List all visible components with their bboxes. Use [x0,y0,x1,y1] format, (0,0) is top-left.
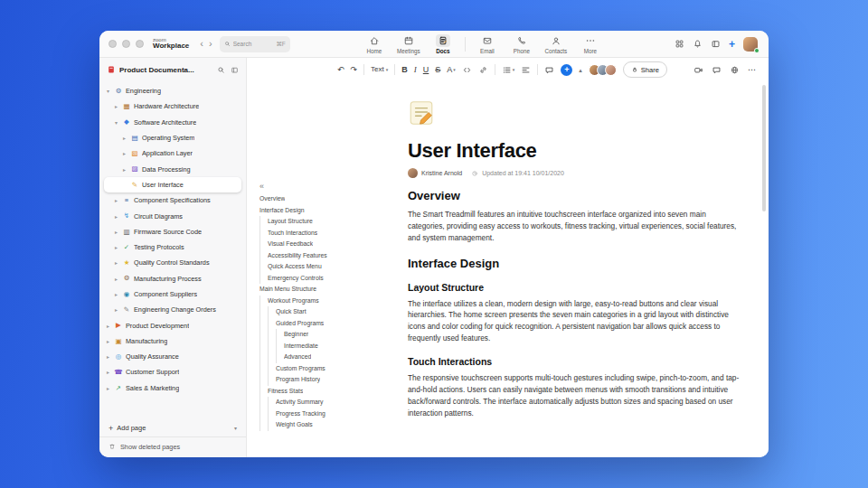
outline-item[interactable]: Emergency Controls [259,273,402,285]
global-search-input[interactable]: Search ⌘F [220,36,290,52]
outline-item[interactable]: Touch Interactions [259,228,402,239]
chevron-down-icon[interactable]: ▾ [105,88,111,94]
sidebar-item-hardware-architecture[interactable]: ▸▦Hardware Architecture [99,99,246,114]
redo-button[interactable]: ↷ [351,66,358,74]
outline-item[interactable]: Progress Tracking [259,408,402,420]
document[interactable]: User Interface Kristine Arnold Updated a… [402,81,769,457]
video-camera-icon[interactable] [693,65,703,75]
sidebar-item-manufacturing-process[interactable]: ▸⚙Manufacturing Process [99,271,246,286]
close-window-button[interactable] [108,40,117,48]
chevron-right-icon[interactable]: ▸ [113,213,119,220]
comments-panel-icon[interactable] [712,65,722,75]
apps-grid-icon[interactable] [675,39,684,49]
share-button[interactable]: Share [623,61,667,78]
minimize-window-button[interactable] [122,40,130,48]
tab-contacts[interactable]: Contacts [539,34,573,54]
panel-toggle-icon[interactable] [711,39,721,49]
outline-item[interactable]: Weight Goals [259,419,402,431]
tab-meetings[interactable]: Meetings [392,34,426,54]
sidebar-item-component-suppliers[interactable]: ▸◉Component Suppliers [99,286,246,302]
chevron-right-icon[interactable]: ▸ [105,323,111,329]
chevron-right-icon[interactable]: ▸ [113,291,119,297]
maximize-window-button[interactable] [136,40,144,48]
notifications-bell-icon[interactable] [693,39,703,49]
chevron-right-icon[interactable]: ▸ [113,103,119,109]
nav-back-button[interactable]: ‹ [200,39,203,49]
undo-button[interactable]: ↶ [337,66,344,74]
sidebar-search-icon[interactable] [217,66,225,74]
new-item-button[interactable]: + [729,39,735,50]
chevron-right-icon[interactable]: ▸ [113,244,119,250]
sidebar-item-quality-assurance[interactable]: ▸◎Quality Assurance [99,349,246,364]
outline-item[interactable]: Quick Start [259,306,402,318]
vertical-scrollbar[interactable] [762,85,766,211]
align-button[interactable] [521,65,531,75]
sidebar-item-component-specifications[interactable]: ▸≡Component Specifications [99,192,246,208]
outline-item[interactable]: Interface Design [259,205,402,217]
outline-item[interactable]: Program History [259,374,402,386]
bold-button[interactable]: B [401,66,408,74]
memo-page-icon[interactable] [408,99,435,127]
sidebar-item-manufacturing[interactable]: ▸▣Manufacturing [99,333,246,349]
sidebar-item-customer-support[interactable]: ▸☎Customer Support [99,364,246,380]
insert-block-button[interactable]: + [561,64,572,76]
user-avatar[interactable] [743,37,758,52]
sidebar-item-user-interface[interactable]: ✎User Interface [104,177,241,192]
text-color-button[interactable]: A ▾ [447,66,456,74]
sidebar-item-operating-system[interactable]: ▸▤Operating System [99,130,246,145]
collapse-sidebar-icon[interactable] [231,66,239,74]
outline-item[interactable]: Workout Programs [259,296,402,307]
code-button[interactable] [462,65,472,75]
sidebar-item-software-architecture[interactable]: ▾◆Software Architecture [99,115,246,130]
collapse-outline-icon[interactable]: « [259,183,402,191]
sidebar-item-engineering[interactable]: ▾⚙Engineering [99,83,246,99]
sidebar-item-testing-protocols[interactable]: ▸✓Testing Protocols [99,239,246,255]
bullet-list-button[interactable]: ▾ [502,65,515,75]
sidebar-item-application-layer[interactable]: ▸▧Application Layer [99,145,246,161]
outline-item[interactable]: Layout Structure [259,216,402,228]
outline-item[interactable]: Intermediate [259,341,402,352]
chevron-right-icon[interactable]: ▸ [113,229,119,235]
show-deleted-pages-button[interactable]: Show deleted pages [99,436,246,455]
tab-home[interactable]: Home [357,34,392,54]
text-style-dropdown[interactable]: Text ▾ [371,66,388,73]
chevron-right-icon[interactable]: ▸ [113,306,119,313]
sidebar-item-circuit-diagrams[interactable]: ▸↯Circuit Diagrams [99,208,246,223]
collaborator-avatar[interactable] [605,64,617,76]
globe-icon[interactable] [730,65,740,75]
chevron-right-icon[interactable]: ▸ [105,353,111,360]
outline-item[interactable]: Custom Programs [259,363,402,375]
outline-item[interactable]: Overview [259,193,402,205]
outline-item[interactable]: Beginner [259,329,402,341]
tab-more[interactable]: More [573,34,608,54]
outline-item[interactable]: Guided Programs [259,318,402,330]
outline-item[interactable]: Visual Feedback [259,239,402,250]
tab-email[interactable]: Email [470,34,505,54]
outline-item[interactable]: Accessibility Features [259,250,402,262]
chevron-right-icon[interactable]: ▸ [113,259,119,266]
nav-forward-button[interactable]: › [209,39,212,49]
chevron-right-icon[interactable]: ▸ [121,135,127,141]
tab-phone[interactable]: Phone [505,34,539,54]
outline-item[interactable]: Fitness Stats [259,386,402,398]
outline-item[interactable]: Advanced [259,352,402,363]
outline-item[interactable]: Main Menu Structure [259,284,402,296]
chevron-right-icon[interactable]: ▸ [113,276,119,282]
chevron-right-icon[interactable]: ▸ [121,150,127,156]
collapse-toolbar-button[interactable]: ▴ [579,67,582,73]
comment-button[interactable] [544,65,554,75]
sidebar-item-product-development[interactable]: ▸▶Product Development [99,317,246,333]
outline-item[interactable]: Activity Summary [259,397,402,408]
chevron-down-icon[interactable]: ▾ [234,425,237,431]
sidebar-item-data-processing[interactable]: ▸▨Data Processing [99,161,246,176]
chevron-right-icon[interactable]: ▸ [105,338,111,344]
chevron-right-icon[interactable]: ▸ [121,166,127,173]
underline-button[interactable]: U [423,66,429,74]
chevron-down-icon[interactable]: ▾ [113,119,119,126]
add-page-button[interactable]: + Add page ▾ [99,419,246,436]
link-button[interactable] [478,65,488,75]
more-options-button[interactable]: ⋯ [748,65,756,74]
italic-button[interactable]: I [414,66,417,74]
chevron-right-icon[interactable]: ▸ [113,197,119,203]
chevron-right-icon[interactable]: ▸ [105,369,111,375]
